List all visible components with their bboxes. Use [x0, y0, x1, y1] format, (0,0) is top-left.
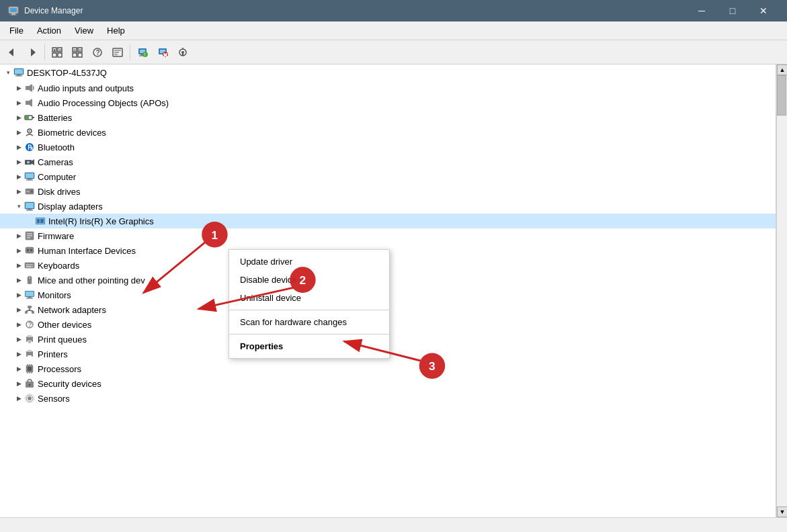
context-properties[interactable]: Properties	[229, 337, 389, 355]
scroll-track[interactable]	[777, 75, 787, 506]
svg-rect-87	[32, 266, 33, 267]
display-arrow: ▾	[13, 201, 24, 212]
printers-icon	[24, 349, 35, 359]
toolbar-update[interactable]: ↑	[133, 43, 152, 62]
tree-item-disk[interactable]: ▶ Disk drives	[0, 184, 776, 199]
scroll-down-btn[interactable]: ▼	[777, 506, 787, 517]
computer-tree-icon	[24, 171, 35, 182]
keyboards-arrow: ▶	[13, 260, 24, 271]
context-sep2	[229, 334, 389, 335]
hid-label: Human Interface Devices	[38, 246, 136, 256]
tree-item-apo[interactable]: ▶ Audio Processing Objects (APOs)	[0, 95, 776, 110]
svg-rect-108	[28, 343, 31, 343]
tree-item-biometric[interactable]: ▶ Biometric devices	[0, 125, 776, 140]
batteries-icon	[24, 112, 35, 123]
other-icon: ?	[24, 319, 35, 330]
tree-item-security[interactable]: ▶ Security devices	[0, 376, 776, 391]
maximize-button[interactable]: □	[717, 0, 748, 21]
apo-icon	[24, 97, 35, 108]
toolbar-sep2	[130, 44, 130, 60]
minimize-button[interactable]: ─	[686, 0, 717, 21]
tree-item-intel-gpu[interactable]: ▶ Intel(R) Iris(R) Xe Graphics	[0, 214, 776, 228]
svg-rect-11	[52, 53, 56, 57]
svg-point-63	[30, 190, 33, 193]
tree-item-computer[interactable]: ▶ Computer	[0, 169, 776, 184]
toolbar-uninstall[interactable]	[153, 43, 172, 62]
svg-rect-49	[32, 117, 34, 118]
context-disable-device[interactable]: Disable device	[229, 271, 389, 289]
tree-item-cameras[interactable]: ▶ Cameras	[0, 154, 776, 169]
svg-rect-111	[28, 355, 32, 358]
svg-rect-67	[28, 209, 32, 210]
title-bar: Device Manager ─ □ ✕	[0, 0, 787, 21]
svg-rect-46	[26, 101, 29, 105]
sensors-icon	[24, 393, 35, 404]
audio-label: Audio inputs and outputs	[38, 83, 134, 93]
network-icon	[24, 304, 35, 315]
toolbar-collapse[interactable]	[68, 43, 87, 62]
toolbar-back[interactable]	[3, 43, 22, 62]
svg-point-122	[29, 384, 31, 386]
close-button[interactable]: ✕	[748, 0, 779, 21]
apo-label: Audio Processing Objects (APOs)	[38, 98, 169, 108]
tree-item-firmware[interactable]: ▶ Firmware	[0, 228, 776, 243]
batteries-label: Batteries	[38, 113, 72, 123]
hid-arrow: ▶	[13, 245, 24, 256]
toolbar-expand[interactable]	[48, 43, 67, 62]
toolbar-scan[interactable]	[173, 43, 192, 62]
svg-rect-94	[28, 297, 32, 298]
audio-arrow: ▶	[13, 83, 24, 93]
menu-view[interactable]: View	[68, 23, 100, 38]
svg-rect-83	[30, 264, 32, 265]
tree-item-bluetooth[interactable]: ▶ ℞ Bluetooth	[0, 140, 776, 154]
scroll-thumb[interactable]	[777, 75, 786, 116]
biometric-label: Biometric devices	[38, 128, 106, 138]
svg-rect-18	[78, 53, 82, 57]
tree-item-display[interactable]: ▾ Display adapters	[0, 199, 776, 214]
menu-help[interactable]: Help	[100, 23, 132, 38]
computer-name: DESKTOP-4L537JQ	[27, 68, 107, 78]
bluetooth-icon: ℞	[24, 142, 35, 152]
svg-rect-61	[26, 180, 33, 181]
svg-rect-78	[27, 249, 29, 251]
svg-rect-50	[26, 116, 29, 119]
monitors-arrow: ▶	[13, 290, 24, 300]
toolbar-properties[interactable]	[108, 43, 127, 62]
processors-arrow: ▶	[13, 363, 24, 374]
toolbar-help[interactable]: ?	[88, 43, 107, 62]
menu-bar: File Action View Help	[0, 21, 787, 40]
tree-item-audio[interactable]: ▶ Audio inputs and outputs	[0, 81, 776, 95]
tree-panel[interactable]: ▾ DESKTOP-4L537JQ ▶	[0, 64, 776, 517]
firmware-arrow: ▶	[13, 230, 24, 241]
computer-icon	[13, 67, 24, 78]
printqueues-label: Print queues	[38, 335, 87, 345]
menu-file[interactable]: File	[3, 23, 30, 38]
svg-line-100	[26, 310, 30, 311]
tree-item-batteries[interactable]: ▶ Batteries	[0, 110, 776, 125]
svg-rect-121	[28, 380, 32, 383]
context-scan-hardware[interactable]: Scan for hardware changes	[229, 313, 389, 331]
svg-rect-59	[26, 173, 34, 178]
cameras-label: Cameras	[38, 157, 73, 167]
main-content: ▾ DESKTOP-4L537JQ ▶	[0, 64, 787, 517]
mice-arrow: ▶	[13, 275, 24, 285]
sensors-label: Sensors	[38, 394, 70, 404]
tree-item-sensors[interactable]: ▶ Sensors	[0, 391, 776, 406]
printqueues-arrow: ▶	[13, 334, 24, 345]
mice-icon	[24, 275, 35, 285]
window-controls: ─ □ ✕	[686, 0, 779, 21]
context-update-driver[interactable]: Update driver	[229, 253, 389, 271]
tree-item-processors[interactable]: ▶ Processors	[0, 361, 776, 376]
svg-rect-41	[15, 69, 23, 74]
other-arrow: ▶	[13, 319, 24, 330]
context-uninstall-device[interactable]: Uninstall device	[229, 289, 389, 307]
menu-action[interactable]: Action	[30, 23, 68, 38]
scrollbar[interactable]: ▲ ▼	[776, 64, 787, 517]
svg-rect-68	[26, 210, 33, 211]
tree-root[interactable]: ▾ DESKTOP-4L537JQ	[0, 64, 776, 81]
svg-marker-57	[32, 159, 34, 165]
scroll-up-btn[interactable]: ▲	[777, 64, 787, 75]
svg-text:?: ?	[96, 49, 100, 56]
toolbar-forward[interactable]	[23, 43, 42, 62]
svg-rect-43	[15, 76, 22, 77]
